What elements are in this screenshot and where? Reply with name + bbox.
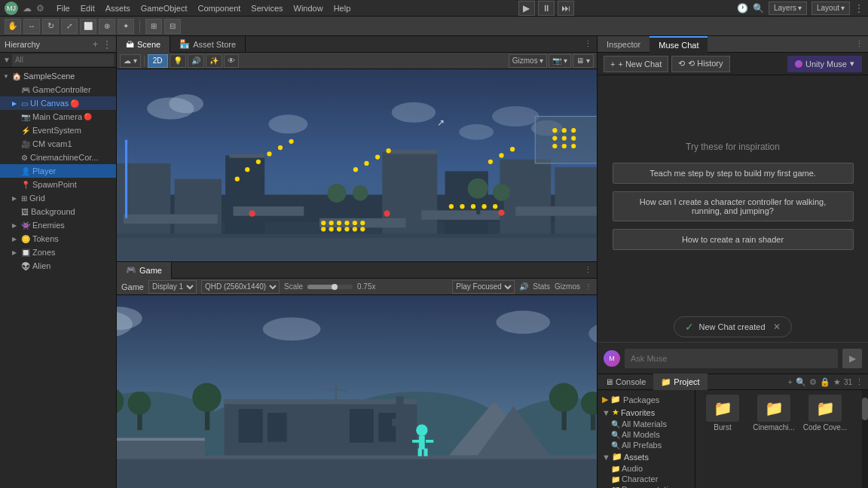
snap-tool[interactable]: ⊞	[145, 19, 162, 34]
menu-item-gameobject[interactable]: GameObject	[136, 4, 192, 13]
scene-effects-btn[interactable]: ✨	[206, 54, 222, 68]
play-mode-select[interactable]: Play Focused	[452, 280, 515, 294]
tab-asset-store[interactable]: 🏪 Asset Store	[170, 36, 246, 53]
play-button[interactable]: ▶	[518, 1, 535, 16]
menu-item-edit[interactable]: Edit	[76, 4, 99, 13]
game-viewport[interactable]	[117, 295, 597, 488]
scene-sky-btn[interactable]: ☁ ▾	[120, 54, 141, 68]
scene-aspect-btn[interactable]: 🖥 ▾	[573, 54, 594, 68]
menu-item-help[interactable]: Help	[329, 4, 356, 13]
tree-item-gamecontroller[interactable]: 🎮 GameController	[0, 83, 116, 96]
tab-inspector[interactable]: Inspector	[598, 36, 649, 53]
console-settings-icon[interactable]: ⚙	[809, 377, 817, 387]
suggestion-3-button[interactable]: How to create a rain shader	[613, 229, 854, 250]
more-icon[interactable]: ⋮	[854, 3, 863, 14]
tree-item-eventsystem[interactable]: ⚡ EventSystem	[0, 124, 116, 137]
scene-gizmos-btn[interactable]: Gizmos ▾	[509, 54, 548, 68]
resolution-select[interactable]: QHD (2560x1440)	[201, 280, 280, 294]
menu-item-services[interactable]: Services	[246, 4, 287, 13]
asset-item-burst[interactable]: 📁 Burst	[700, 395, 745, 432]
avatar[interactable]: MJ	[5, 2, 18, 15]
pause-button[interactable]: ⏸	[538, 1, 555, 16]
console-add-icon[interactable]: +	[787, 377, 792, 386]
menu-item-assets[interactable]: Assets	[101, 4, 135, 13]
asset-audio[interactable]: 📁 Audio	[599, 463, 693, 474]
scene-light-btn[interactable]: 💡	[170, 54, 186, 68]
tree-item-tokens[interactable]: ▶ 🪙 Tokens	[0, 232, 116, 246]
move-tool[interactable]: ↔	[23, 19, 40, 34]
custom-tool[interactable]: ✦	[118, 19, 134, 34]
display-select[interactable]: Display 1	[148, 280, 197, 294]
asset-item-codecoverage[interactable]: 📁 Code Cove...	[802, 395, 848, 432]
grid-tool[interactable]: ⊟	[164, 19, 181, 34]
scene-audio-btn[interactable]: 🔊	[188, 54, 204, 68]
tab-muse-chat[interactable]: Muse Chat	[649, 36, 708, 53]
history-icon[interactable]: 🕐	[737, 3, 748, 14]
hierarchy-add-icon[interactable]: +	[93, 39, 98, 50]
menu-item-window[interactable]: Window	[289, 4, 328, 13]
fav-all-materials[interactable]: 🔍 All Materials	[599, 419, 693, 429]
rect-tool[interactable]: ⬜	[80, 19, 96, 34]
hierarchy-search-input[interactable]	[12, 54, 114, 66]
new-chat-button[interactable]: + + New Chat	[604, 56, 668, 72]
project-scrollbar[interactable]	[862, 390, 868, 488]
send-button[interactable]: ▶	[842, 349, 862, 368]
2d-btn[interactable]: 2D	[148, 54, 168, 68]
toast-close-icon[interactable]: ✕	[773, 322, 781, 332]
console-star-icon[interactable]: ★	[833, 377, 841, 387]
tree-item-grid[interactable]: ▶ ⊞ Grid	[0, 191, 116, 205]
layout-dropdown[interactable]: Layout▾	[811, 2, 850, 15]
tab-game[interactable]: 🎮 Game	[117, 262, 172, 279]
game-more-icon[interactable]: ⋮	[584, 265, 592, 274]
history-button[interactable]: ⟲ ⟲ History	[671, 56, 729, 72]
tree-item-samplescene[interactable]: ▼ 🏠 SampleScene	[0, 69, 116, 83]
tab-scene[interactable]: 🏔 Scene	[117, 36, 170, 53]
packages-item[interactable]: ▶ 📁 Packages	[599, 393, 693, 406]
asset-documentation[interactable]: 📁 Documentation	[599, 484, 693, 488]
stats-btn[interactable]: Stats	[533, 282, 550, 291]
asset-character[interactable]: 📁 Character	[599, 474, 693, 484]
tree-item-zones[interactable]: ▶ 🔲 Zones	[0, 246, 116, 259]
right-panel-more-icon[interactable]: ⋮	[855, 39, 863, 48]
tab-console[interactable]: 🖥 Console	[598, 374, 653, 390]
layers-dropdown[interactable]: Layers▾	[769, 2, 807, 15]
tree-item-cmvcam1[interactable]: 🎥 CM vcam1	[0, 137, 116, 151]
console-more-icon[interactable]: ⋮	[855, 377, 863, 387]
scale-tool[interactable]: ⤢	[61, 19, 78, 34]
tree-item-enemies[interactable]: ▶ 👾 Enemies	[0, 218, 116, 232]
transform-tool[interactable]: ⊕	[99, 19, 115, 34]
rotate-tool[interactable]: ↻	[42, 19, 59, 34]
scene-camera-btn[interactable]: 📷 ▾	[549, 54, 571, 68]
search-icon[interactable]: 🔍	[753, 3, 764, 14]
chat-input[interactable]	[625, 349, 838, 368]
suggestion-1-button[interactable]: Teach me step by step to build my first …	[613, 163, 854, 184]
game-more2-icon[interactable]: ⋮	[585, 282, 592, 291]
step-button[interactable]: ⏭	[558, 1, 574, 16]
scene-viewport[interactable]: ↗	[117, 69, 597, 261]
settings-icon[interactable]: ⚙	[36, 3, 44, 14]
tree-item-maincamera[interactable]: 📷 Main Camera 🔴	[0, 110, 116, 124]
tree-item-uicanvas[interactable]: ▶ ▭ UI Canvas 🔴	[0, 96, 116, 110]
hierarchy-more-icon[interactable]: ⋮	[102, 39, 112, 50]
menu-item-file[interactable]: File	[52, 4, 75, 13]
tree-item-background[interactable]: 🖼 Background	[0, 205, 116, 218]
tree-item-alien[interactable]: 👽 Alien	[0, 259, 116, 273]
fav-all-prefabs[interactable]: 🔍 All Prefabs	[599, 440, 693, 450]
console-lock-icon[interactable]: 🔒	[820, 377, 830, 387]
menu-item-component[interactable]: Component	[193, 4, 245, 13]
asset-item-cinemachine[interactable]: 📁 Cinemachi...	[751, 395, 796, 432]
gizmos-btn[interactable]: Gizmos	[555, 282, 580, 291]
unity-muse-button[interactable]: Unity Muse ▾	[787, 56, 862, 72]
tab-project[interactable]: 📁 Project	[653, 374, 707, 390]
tree-item-cinemachine[interactable]: ⚙ CinemachineCor...	[0, 151, 116, 164]
mute-icon[interactable]: 🔊	[519, 282, 528, 291]
scene-hidden-btn[interactable]: 👁	[224, 54, 239, 68]
scene-more-icon[interactable]: ⋮	[584, 39, 592, 48]
console-search-icon[interactable]: 🔍	[796, 377, 806, 387]
tree-item-player[interactable]: 👤 Player	[0, 164, 116, 178]
suggestion-2-button[interactable]: How can I create a character controller …	[613, 191, 854, 221]
fav-all-models[interactable]: 🔍 All Models	[599, 429, 693, 440]
cloud-icon[interactable]: ☁	[23, 3, 32, 14]
hand-tool[interactable]: ✋	[5, 19, 21, 34]
tree-item-spawnpoint[interactable]: 📍 SpawnPoint	[0, 178, 116, 191]
